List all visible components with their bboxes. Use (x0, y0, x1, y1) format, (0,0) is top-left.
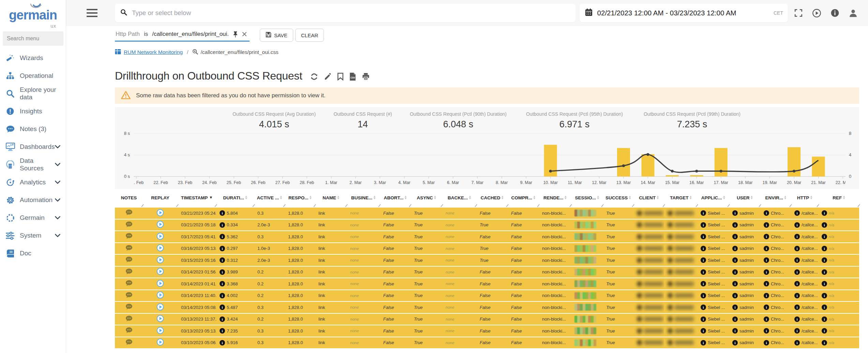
sidebar-item-dashboards[interactable]: Dashboards (0, 138, 66, 156)
info-icon[interactable]: i (822, 210, 827, 216)
sidebar-item-explore-your-data[interactable]: Explore your data (0, 85, 66, 102)
table-row[interactable]: 03/14/2023 01:41...i3.3680.21,828.0linkn… (115, 278, 859, 290)
table-row[interactable]: 03/15/2023 05:16...i0.3122.0e-31,828.0li… (115, 255, 859, 267)
info-icon[interactable]: i (732, 269, 738, 275)
sidebar-item-system[interactable]: System (0, 227, 66, 244)
column-header-abort[interactable]: ABORT...▴▾∕∕ (380, 193, 410, 208)
global-search-input[interactable] (131, 9, 570, 17)
table-row[interactable]: 03/10/2023 05:06...i5.9160.31,828.0linkn… (115, 337, 859, 349)
info-icon[interactable]: i (822, 340, 827, 345)
play-circle-icon[interactable] (812, 9, 821, 18)
info-icon[interactable]: i (794, 246, 800, 251)
column-header-timestamp[interactable]: TIMESTAMP▼∕∕ (178, 193, 216, 208)
replay-button[interactable] (156, 221, 164, 229)
table-row[interactable]: 03/13/2023 05:13...i7.2350.31,828.0linkn… (115, 325, 859, 337)
info-icon[interactable]: i (701, 340, 706, 345)
sort-icon[interactable]: ▴▾ (629, 196, 631, 200)
table-row[interactable]: 03/14/2023 01:56...i3.9890.21,828.0linkn… (115, 267, 859, 279)
info-icon[interactable]: i (764, 257, 769, 263)
info-icon[interactable]: i (764, 234, 769, 239)
print-icon[interactable] (362, 73, 370, 81)
info-icon[interactable]: i (794, 210, 800, 216)
info-icon[interactable]: i (822, 281, 827, 286)
info-icon[interactable]: i (794, 269, 800, 275)
column-header-cached[interactable]: CACHED▴▾∕∕ (476, 193, 508, 208)
info-icon[interactable]: i (794, 222, 800, 228)
info-icon[interactable]: i (220, 281, 225, 286)
info-icon[interactable]: i (764, 340, 769, 345)
info-icon[interactable]: i (732, 222, 738, 228)
replay-button[interactable] (156, 268, 164, 276)
table-row[interactable]: 03/21/2023 05:24...i5.8040.31,828.0linkn… (115, 208, 859, 220)
sort-icon[interactable]: ▴▾ (534, 196, 535, 200)
sort-icon[interactable]: ▴▾ (565, 196, 566, 200)
user-account-icon[interactable] (849, 9, 858, 18)
sort-icon[interactable]: ▴▾ (657, 196, 659, 200)
table-row[interactable]: 03/14/2023 05:08...i5.4870.31,828.0linkn… (115, 302, 859, 314)
replay-button[interactable] (156, 303, 164, 312)
info-icon[interactable]: i (701, 222, 706, 228)
info-icon[interactable]: i (794, 281, 800, 286)
column-header-user[interactable]: USER▴▾∕∕ (729, 193, 760, 208)
sidebar-search-input[interactable] (3, 31, 63, 46)
info-icon[interactable]: i (220, 269, 225, 275)
column-header-replay[interactable]: REPLAY∕∕ (143, 193, 178, 208)
column-header-compressed[interactable]: COMPR...▴▾∕∕ (508, 193, 539, 208)
replay-button[interactable] (156, 280, 164, 288)
info-icon[interactable]: i (701, 257, 706, 263)
column-header-async[interactable]: ASYNC▴▾∕∕ (410, 193, 442, 208)
info-icon[interactable]: i (794, 316, 800, 322)
sort-icon[interactable]: ▴▾ (469, 196, 471, 200)
sort-icon[interactable]: ▴▾ (810, 196, 812, 200)
info-icon[interactable]: i (822, 246, 827, 251)
info-icon[interactable]: i (220, 246, 225, 251)
sidebar-item-doc[interactable]: Doc (0, 244, 66, 262)
note-icon[interactable] (125, 327, 133, 335)
info-icon[interactable]: i (732, 340, 738, 345)
date-range-picker[interactable]: 02/21/2023 12:00 AM - 03/23/2023 12:00 A… (580, 4, 788, 22)
replay-button[interactable] (156, 256, 164, 265)
replay-button[interactable] (156, 338, 164, 347)
info-icon[interactable]: i (701, 328, 706, 334)
filter-chip-http-path[interactable]: Http Path is /callcenter_enu/files/print… (115, 29, 250, 42)
column-header-http[interactable]: HTTP▴▾∕∕ (791, 193, 818, 208)
sidebar-item-data-sources[interactable]: Data Sources (0, 156, 66, 173)
info-icon[interactable] (830, 9, 839, 17)
info-icon[interactable]: i (794, 234, 800, 239)
sort-icon[interactable]: ▴▾ (434, 196, 436, 200)
info-icon[interactable]: i (220, 210, 225, 216)
table-row[interactable]: 03/13/2023 11:37...i3.4240.21,828.0linkn… (115, 314, 859, 326)
sort-icon[interactable]: ▴▾ (597, 196, 599, 200)
info-icon[interactable]: i (764, 246, 769, 251)
info-icon[interactable]: i (794, 293, 800, 298)
info-icon[interactable]: i (732, 234, 738, 239)
info-icon[interactable]: i (732, 293, 738, 298)
info-icon[interactable]: i (794, 257, 800, 263)
column-header-render[interactable]: RENDE...▴▾∕∕ (539, 193, 571, 208)
info-icon[interactable]: i (701, 269, 706, 275)
info-icon[interactable]: i (822, 305, 827, 310)
column-header-session[interactable]: SESSIO...▴▾∕∕ (571, 193, 603, 208)
replay-button[interactable] (156, 327, 164, 335)
table-row[interactable]: 03/14/2023 11:40...i4.0020.21,828.0linkn… (115, 290, 859, 302)
info-icon[interactable]: i (732, 246, 738, 251)
info-icon[interactable]: i (701, 234, 706, 239)
replay-button[interactable] (156, 315, 164, 323)
info-icon[interactable]: i (764, 269, 769, 275)
sidebar-item-automation[interactable]: Automation (0, 191, 66, 209)
info-icon[interactable]: i (764, 305, 769, 310)
info-icon[interactable]: i (822, 316, 827, 322)
replay-button[interactable] (156, 244, 164, 253)
hamburger-menu-icon[interactable] (87, 9, 98, 17)
info-icon[interactable]: i (822, 293, 827, 298)
clear-button[interactable]: CLEAR (295, 29, 324, 42)
note-icon[interactable] (125, 245, 133, 252)
info-icon[interactable]: i (220, 305, 225, 310)
sort-icon[interactable]: ▴▾ (310, 196, 311, 200)
info-icon[interactable]: i (220, 257, 225, 263)
column-header-name[interactable]: NAME▴▾∕∕ (315, 193, 347, 208)
replay-button[interactable] (156, 209, 164, 217)
info-icon[interactable]: i (822, 234, 827, 239)
info-icon[interactable]: i (701, 281, 706, 286)
info-icon[interactable]: i (220, 340, 225, 345)
